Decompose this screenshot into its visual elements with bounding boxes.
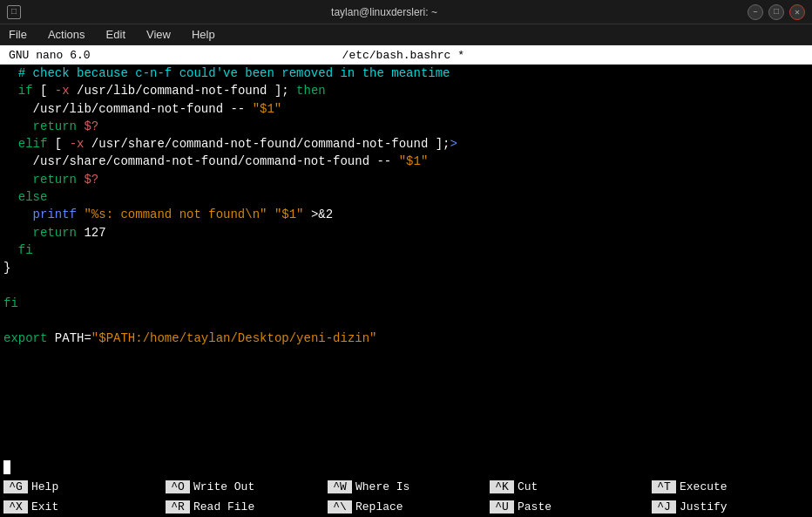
shortcut-label-help: Help bbox=[31, 480, 58, 493]
shortcut-execute[interactable]: ^T Execute bbox=[648, 480, 810, 493]
shortcuts-row-2: ^X Exit ^R Read File ^\ Replace ^U Paste… bbox=[0, 498, 812, 517]
shortcut-write-out[interactable]: ^O Write Out bbox=[162, 480, 324, 493]
code-line: export PATH="$PATH:/home/taylan/Desktop/… bbox=[3, 330, 809, 347]
titlebar-left: □ bbox=[7, 5, 21, 19]
titlebar: □ taylan@linuxdersleri: ~ – □ ✕ bbox=[0, 0, 812, 24]
shortcut-key-help: ^G bbox=[3, 480, 28, 493]
window-title: taylan@linuxdersleri: ~ bbox=[331, 6, 437, 18]
code-line: fi bbox=[3, 295, 809, 312]
maximize-button[interactable]: □ bbox=[768, 4, 784, 20]
text-cursor bbox=[3, 460, 10, 474]
shortcuts-bar: ^G Help ^O Write Out ^W Where Is ^K Cut … bbox=[0, 477, 812, 517]
code-line: if [ -x /usr/lib/command-not-found ]; th… bbox=[3, 82, 809, 99]
shortcut-where-is[interactable]: ^W Where Is bbox=[324, 480, 486, 493]
code-line: return $? bbox=[3, 171, 809, 188]
shortcut-key-justify: ^J bbox=[652, 500, 676, 514]
code-line bbox=[3, 277, 809, 295]
window-controls[interactable]: – □ ✕ bbox=[748, 4, 805, 20]
shortcut-key-cut: ^K bbox=[490, 480, 514, 493]
menubar: File Actions Edit View Help bbox=[0, 24, 812, 45]
shortcut-cut[interactable]: ^K Cut bbox=[486, 480, 648, 493]
shortcut-key-write-out: ^O bbox=[166, 480, 190, 493]
code-line: elif [ -x /usr/share/command-not-found/c… bbox=[3, 135, 809, 153]
minimize-button[interactable]: – bbox=[748, 4, 763, 20]
shortcut-label-where-is: Where Is bbox=[355, 480, 409, 493]
menu-edit[interactable]: Edit bbox=[103, 26, 129, 43]
code-line: return 127 bbox=[3, 224, 809, 241]
code-line: # check because c-n-f could've been remo… bbox=[3, 65, 809, 82]
window-icon: □ bbox=[7, 5, 21, 19]
shortcut-label-execute: Execute bbox=[680, 480, 727, 493]
shortcut-key-paste: ^U bbox=[490, 500, 514, 514]
cursor-line bbox=[0, 458, 812, 477]
shortcut-label-write-out: Write Out bbox=[193, 480, 254, 493]
code-line bbox=[3, 312, 809, 330]
shortcut-key-replace: ^\ bbox=[328, 500, 352, 514]
code-line: return $? bbox=[3, 118, 809, 135]
nano-header: GNU nano 6.0 /etc/bash.bashrc * bbox=[0, 45, 812, 65]
code-line: /usr/share/command-not-found/command-not… bbox=[3, 153, 809, 170]
code-line: else bbox=[3, 188, 809, 206]
close-button[interactable]: ✕ bbox=[789, 4, 805, 20]
shortcut-replace[interactable]: ^\ Replace bbox=[324, 500, 486, 514]
shortcut-paste[interactable]: ^U Paste bbox=[486, 500, 648, 514]
shortcut-label-justify: Justify bbox=[680, 500, 727, 514]
code-line: fi bbox=[3, 241, 809, 259]
shortcut-key-execute: ^T bbox=[652, 480, 676, 493]
editor-area[interactable]: # check because c-n-f could've been remo… bbox=[0, 65, 812, 458]
shortcut-key-read-file: ^R bbox=[166, 500, 190, 514]
code-line: /usr/lib/command-not-found -- "$1" bbox=[3, 100, 809, 118]
shortcut-justify[interactable]: ^J Justify bbox=[648, 500, 810, 514]
shortcut-exit[interactable]: ^X Exit bbox=[0, 500, 162, 514]
shortcut-help[interactable]: ^G Help bbox=[0, 480, 162, 493]
shortcut-key-where-is: ^W bbox=[328, 480, 352, 493]
shortcut-label-paste: Paste bbox=[518, 500, 551, 514]
shortcut-label-replace: Replace bbox=[355, 500, 403, 514]
shortcut-label-read-file: Read File bbox=[193, 500, 254, 514]
shortcut-key-exit: ^X bbox=[3, 500, 28, 514]
menu-file[interactable]: File bbox=[5, 26, 30, 43]
nano-filename: /etc/bash.bashrc * bbox=[91, 49, 716, 62]
shortcuts-row-1: ^G Help ^O Write Out ^W Where Is ^K Cut … bbox=[0, 478, 812, 497]
menu-actions[interactable]: Actions bbox=[44, 26, 89, 43]
code-line: printf "%s: command not found\n" "$1" >&… bbox=[3, 206, 809, 223]
shortcut-read-file[interactable]: ^R Read File bbox=[162, 500, 324, 514]
code-line: } bbox=[3, 259, 809, 276]
menu-help[interactable]: Help bbox=[188, 26, 219, 43]
menu-view[interactable]: View bbox=[143, 26, 174, 43]
shortcut-label-cut: Cut bbox=[518, 480, 538, 493]
shortcut-label-exit: Exit bbox=[31, 500, 58, 514]
nano-version: GNU nano 6.0 bbox=[9, 49, 91, 62]
